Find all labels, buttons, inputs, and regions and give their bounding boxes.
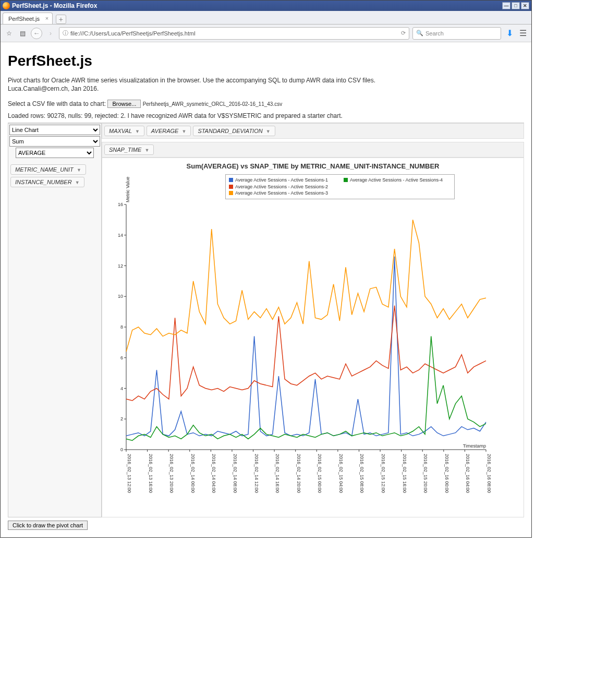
search-placeholder: Search [425,30,444,37]
page-content: PerfSheet.js Pivot charts for Oracle AWR… [1,42,531,537]
svg-text:2: 2 [120,416,123,421]
firefox-icon [3,2,10,9]
chart-title: Sum(AVERAGE) vs SNAP_TIME by METRIC_NAME… [105,162,520,170]
file-select-label: Select a CSV file with data to chart: [8,100,106,107]
chart-container: Sum(AVERAGE) vs SNAP_TIME by METRIC_NAME… [102,158,524,517]
svg-text:2016_02_15 04:00: 2016_02_15 04:00 [338,454,344,493]
svg-text:2016_02_13 12:00: 2016_02_13 12:00 [127,454,132,493]
page-subtitle: Pivot charts for Oracle AWR time series … [8,77,524,84]
svg-text:12: 12 [118,263,123,269]
tab-close-icon[interactable]: × [44,15,50,21]
page-title: PerfSheet.js [8,53,524,69]
svg-text:4: 4 [120,386,123,391]
downloads-icon[interactable]: ⬇ [504,28,515,39]
svg-text:2016_02_15 16:00: 2016_02_15 16:00 [402,454,407,493]
pivot-attr-maxval[interactable]: MAXVAL ▼ [104,126,144,136]
search-bar[interactable]: 🔍 Search [412,27,501,40]
svg-text:10: 10 [118,294,123,299]
browse-button[interactable]: Browse... [107,100,141,108]
svg-text:2016_02_14 04:00: 2016_02_14 04:00 [211,454,216,493]
svg-text:2016_02_15 00:00: 2016_02_15 00:00 [317,454,322,493]
legend-item: Average Active Sessions - Active Session… [344,177,451,184]
svg-text:Metric Value: Metric Value [125,177,130,202]
pivot-attr-instance_number[interactable]: INSTANCE_NUMBER ▼ [10,177,84,187]
svg-text:Timestamp: Timestamp [463,443,486,449]
svg-text:2016_02_15 20:00: 2016_02_15 20:00 [423,454,428,493]
svg-text:2016_02_15 12:00: 2016_02_15 12:00 [381,454,386,493]
window-title-bar: PerfSheet.js - Mozilla Firefox — □ ✕ [1,1,531,11]
svg-text:2016_02_14 12:00: 2016_02_14 12:00 [254,454,259,493]
draw-chart-button[interactable]: Click to draw the pivot chart [8,521,88,530]
svg-text:2016_02_14 16:00: 2016_02_14 16:00 [275,454,280,493]
browser-tab[interactable]: PerfSheet.js × [3,13,53,24]
load-status: Loaded rows: 90278, nulls: 99, rejected:… [8,112,524,119]
svg-text:2016_02_14 00:00: 2016_02_14 00:00 [190,454,196,493]
svg-text:0: 0 [120,447,123,452]
pivot-attr-standard_deviation[interactable]: STANDARD_DEVIATION ▼ [193,126,275,136]
legend-item: Average Active Sessions - Active Session… [229,177,336,184]
page-author: Luca.Canali@cern.ch, Jan 2016. [8,85,524,92]
pivot-attr-snap_time[interactable]: SNAP_TIME ▼ [104,144,154,155]
svg-text:6: 6 [120,355,123,360]
svg-text:2016_02_16 08:00: 2016_02_16 08:00 [487,454,491,493]
tab-strip: PerfSheet.js × + [1,11,531,25]
minimize-button[interactable]: — [502,2,510,9]
selected-file-name: Perfsheetjs_AWR_sysmetric_ORCL_2016-02-1… [143,101,283,107]
svg-text:2016_02_15 08:00: 2016_02_15 08:00 [359,454,364,493]
aggregator-select[interactable]: Sum [9,136,100,147]
svg-text:16: 16 [118,202,123,207]
sidebar-icon[interactable]: ☆ [4,28,14,39]
svg-text:2016_02_14 08:00: 2016_02_14 08:00 [233,454,238,493]
url-text: file:///C:/Users/Luca/PerfSheetjs/PerfSh… [70,30,401,37]
maximize-button[interactable]: □ [512,2,520,9]
svg-text:2016_02_13 16:00: 2016_02_13 16:00 [148,454,153,493]
col-attrs-zone[interactable]: SNAP_TIME ▼ [102,142,524,158]
unused-attrs-zone[interactable]: MAXVAL ▼AVERAGE ▼STANDARD_DEVIATION ▼ [102,123,524,139]
reload-icon[interactable]: ⟳ [401,30,406,37]
svg-text:2016_02_16 00:00: 2016_02_16 00:00 [444,454,449,493]
new-tab-button[interactable]: + [56,15,66,24]
renderer-select[interactable]: Line Chart [9,125,100,135]
svg-text:8: 8 [120,324,123,330]
pivot-attr-average[interactable]: AVERAGE ▼ [147,126,191,136]
window-title: PerfSheet.js - Mozilla Firefox [12,2,97,9]
svg-text:2016_02_14 20:00: 2016_02_14 20:00 [296,454,301,493]
legend-item: Average Active Sessions - Active Session… [229,184,336,190]
aggregator-attr-select[interactable]: AVERAGE [16,148,94,158]
close-button[interactable]: ✕ [521,2,529,9]
nav-bar: ☆ ▤ ← › ⓘ file:///C:/Users/Luca/PerfShee… [1,25,531,42]
svg-text:2016_02_16 04:00: 2016_02_16 04:00 [465,454,470,493]
search-icon: 🔍 [416,30,423,37]
svg-text:14: 14 [118,233,123,238]
url-bar[interactable]: ⓘ file:///C:/Users/Luca/PerfSheetjs/Perf… [59,27,409,40]
tab-label: PerfSheet.js [8,16,40,22]
line-chart: 0246810121416Metric Value2016_02_13 12:0… [105,173,491,512]
hamburger-menu-icon[interactable]: ☰ [518,28,528,39]
svg-text:2016_02_13 20:00: 2016_02_13 20:00 [169,454,174,493]
pivot-attr-metric_name_unit[interactable]: METRIC_NAME_UNIT ▼ [10,164,86,175]
reading-list-icon[interactable]: ▤ [17,28,28,39]
back-button[interactable]: ← [31,28,42,39]
forward-button[interactable]: › [45,28,56,39]
legend-item: Average Active Sessions - Active Session… [229,190,336,197]
